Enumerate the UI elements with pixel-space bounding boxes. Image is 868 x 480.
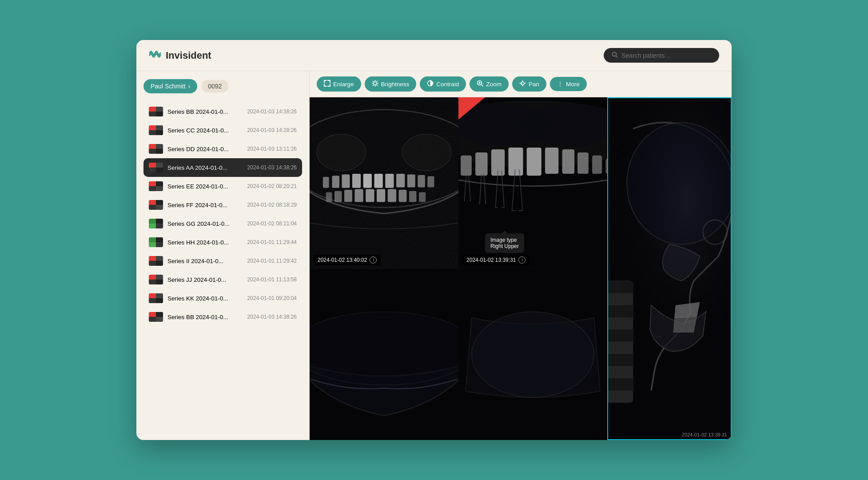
thumb-cell xyxy=(149,163,156,168)
series-item-gg[interactable]: Series GG 2024-01-0... 2024-01-02 08:11:… xyxy=(143,214,302,233)
series-name: Series BB 2024-01-0... xyxy=(167,314,243,320)
series-item-bb2[interactable]: Series BB 2024-01-0... 2024-01-03 14:38:… xyxy=(143,308,302,326)
enlarge-label: Enlarge xyxy=(333,81,354,88)
series-info: Series JJ 2024-01-0... xyxy=(167,276,243,283)
series-item-ff[interactable]: Series FF 2024-01-0... 2024-01-02 08:18:… xyxy=(143,196,302,214)
series-item-dd[interactable]: Series DD 2024-01-0... 2024-01-03 13:11:… xyxy=(143,140,302,158)
image-cell-panoramic: 2024-01-02 13:40:02 i xyxy=(310,97,458,269)
thumb-right xyxy=(156,237,163,247)
thumb-cell xyxy=(149,181,156,186)
image-timestamp-2: 2024-01-02 13:39:31 i xyxy=(462,255,530,265)
series-info: Series AA 2024-01-0... xyxy=(167,164,243,171)
thumb-right xyxy=(156,275,163,284)
thumb-cell xyxy=(156,130,163,135)
image-cell-upper: 2024-01-02 13:39:31 i Image type Right U… xyxy=(458,97,607,269)
more-button[interactable]: ⋮ More xyxy=(550,77,587,91)
series-item-ii[interactable]: Series II 2024-01-0... 2024-01-01 11:29:… xyxy=(143,252,302,270)
series-name: Series DD 2024-01-0... xyxy=(167,146,243,152)
series-item-kk[interactable]: Series KK 2024-01-0... 2024-01-01 09:20:… xyxy=(143,289,302,308)
thumb-cell xyxy=(156,293,163,298)
thumb-cell xyxy=(156,163,163,168)
patient-header: Paul Schmitt › 0092 xyxy=(143,79,302,93)
info-icon-1[interactable]: i xyxy=(370,256,377,264)
series-date: 2024-01-02 08:11:04 xyxy=(247,220,297,227)
brightness-icon xyxy=(372,80,378,88)
series-list: Series BB 2024-01-0... 2024-01-03 14:38:… xyxy=(143,102,302,326)
contrast-button[interactable]: Contrast xyxy=(420,76,466,92)
svg-line-10 xyxy=(373,85,373,85)
thumb-cell xyxy=(149,275,156,280)
series-item-jj[interactable]: Series JJ 2024-01-0... 2024-01-01 11:13:… xyxy=(143,270,302,289)
thumb-cell xyxy=(156,200,163,205)
series-thumb xyxy=(149,181,163,191)
side-xray-image xyxy=(608,98,731,439)
thumb-left xyxy=(149,200,156,210)
thumb-cell xyxy=(149,261,156,266)
thumb-left xyxy=(149,163,156,172)
thumb-right xyxy=(156,107,163,116)
timestamp-text-1: 2024-01-02 13:40:02 xyxy=(318,257,367,263)
thumb-cell xyxy=(149,280,156,284)
series-info: Series DD 2024-01-0... xyxy=(167,146,243,152)
series-date: 2024-01-01 11:29:44 xyxy=(247,239,297,245)
series-item-aa[interactable]: Series AA 2024-01-0... 2024-01-03 14:38:… xyxy=(143,158,302,177)
thumb-cell xyxy=(156,112,163,116)
thumb-left xyxy=(149,293,156,303)
series-item-ee[interactable]: Series EE 2024-01-0... 2024-01-02 08:20:… xyxy=(143,177,302,196)
thumb-cell xyxy=(149,186,156,191)
thumb-left xyxy=(149,256,156,266)
brightness-button[interactable]: Brightness xyxy=(365,76,417,92)
tooltip-value: Right Upper xyxy=(490,243,519,249)
image-cell-side: 2024-01-02 13:39:31 xyxy=(607,97,732,440)
series-name: Series II 2024-01-0... xyxy=(167,258,243,264)
thumb-cell xyxy=(149,144,156,149)
svg-rect-54 xyxy=(545,148,558,174)
thumb-cell xyxy=(156,237,163,242)
series-name: Series HH 2024-01-0... xyxy=(167,239,243,246)
thumb-cell xyxy=(156,242,163,247)
series-date: 2024-01-02 08:20:21 xyxy=(247,183,297,189)
series-item-hh[interactable]: Series HH 2024-01-0... 2024-01-01 11:29:… xyxy=(143,233,302,252)
series-date: 2024-01-01 11:13:58 xyxy=(247,276,297,283)
series-item-bb1[interactable]: Series BB 2024-01-0... 2024-01-03 14:38:… xyxy=(143,102,302,121)
series-name: Series KK 2024-01-0... xyxy=(167,295,243,302)
image-cell-bottom-left xyxy=(310,269,458,440)
thumb-cell xyxy=(156,317,163,322)
zoom-button[interactable]: Zoom xyxy=(470,76,509,92)
patient-button[interactable]: Paul Schmitt › xyxy=(143,79,197,93)
svg-rect-53 xyxy=(527,148,542,176)
thumb-left xyxy=(149,107,156,116)
svg-rect-49 xyxy=(461,156,472,176)
panoramic-xray-image xyxy=(310,97,458,269)
thumb-cell xyxy=(149,112,156,116)
thumb-left xyxy=(149,181,156,191)
series-thumb xyxy=(149,125,163,135)
series-info: Series EE 2024-01-0... xyxy=(167,183,243,190)
search-box[interactable] xyxy=(604,48,719,63)
series-thumb xyxy=(149,293,163,303)
series-name: Series GG 2024-01-0... xyxy=(167,220,243,227)
thumb-right xyxy=(156,144,163,154)
svg-line-14 xyxy=(482,85,483,87)
svg-line-1 xyxy=(616,56,618,58)
series-thumb xyxy=(149,312,163,322)
enlarge-button[interactable]: Enlarge xyxy=(317,76,361,92)
series-info: Series HH 2024-01-0... xyxy=(167,239,243,246)
thumb-cell xyxy=(149,168,156,172)
thumb-right xyxy=(156,293,163,303)
thumb-right xyxy=(156,125,163,135)
image-timestamp-1: 2024-01-02 13:40:02 i xyxy=(313,255,381,265)
svg-rect-56 xyxy=(577,152,589,174)
thumb-cell xyxy=(149,237,156,242)
contrast-icon xyxy=(427,80,434,88)
pan-button[interactable]: Pan xyxy=(512,76,546,92)
thumb-left xyxy=(149,275,156,284)
info-icon-2[interactable]: i xyxy=(518,256,526,264)
thumb-cell xyxy=(149,256,156,261)
enlarge-icon xyxy=(324,80,330,88)
logo-icon xyxy=(149,49,161,62)
series-item-cc[interactable]: Series CC 2024-01-0... 2024-01-03 14:28:… xyxy=(143,121,302,140)
bottom-right-xray xyxy=(458,269,607,440)
search-input[interactable] xyxy=(621,52,711,59)
svg-point-74 xyxy=(310,312,458,385)
